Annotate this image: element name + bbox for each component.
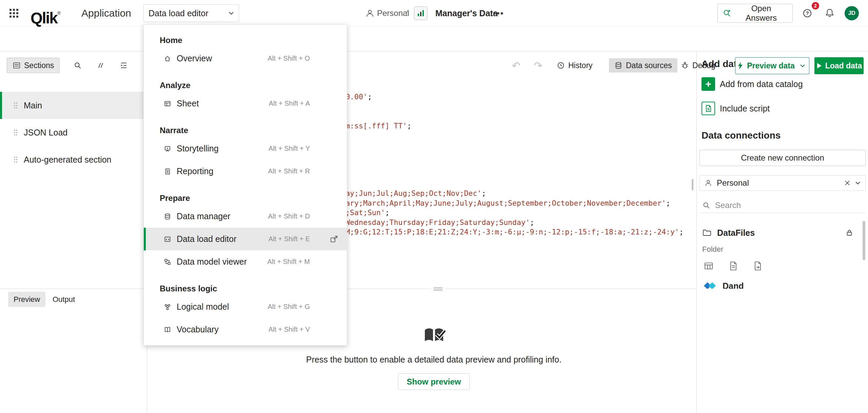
show-preview-button[interactable]: Show preview — [398, 373, 469, 390]
clear-icon[interactable] — [844, 180, 850, 186]
data-sources-label: Data sources — [626, 61, 672, 70]
menu-item-reporting[interactable]: Reporting Alt + Shift + R — [144, 160, 347, 183]
lightning-icon — [737, 62, 744, 70]
view-selector-dropdown[interactable]: Data load editor — [143, 4, 239, 22]
undo-icon[interactable]: ↶ — [509, 58, 524, 73]
debug-button[interactable]: Debug — [681, 58, 715, 73]
toggle-sections-button[interactable]: Sections — [7, 58, 60, 73]
preview-tab[interactable]: Preview — [8, 292, 45, 307]
menu-item-vocabulary[interactable]: Vocabulary Alt + Shift + V — [144, 318, 347, 341]
redo-icon[interactable]: ↷ — [531, 58, 546, 73]
breadcrumb-space[interactable]: Personal — [377, 0, 409, 26]
connection-item-partial[interactable]: Dand — [697, 278, 868, 289]
more-options-icon[interactable]: ••• — [491, 7, 506, 19]
app-launcher-icon[interactable] — [9, 8, 19, 18]
sections-icon — [13, 61, 21, 69]
svg-text:?: ? — [806, 10, 809, 16]
split-drag-handle[interactable] — [430, 286, 446, 292]
history-label: History — [568, 61, 593, 70]
menu-item-data-load-editor[interactable]: Data load editor Alt + Shift + E — [144, 228, 347, 250]
home-icon — [164, 55, 171, 62]
preview-data-caret-button[interactable] — [796, 57, 809, 74]
history-button[interactable]: History — [557, 58, 593, 73]
navigation-menu: Home Overview Alt + Shift + O Analyze Sh… — [143, 24, 347, 346]
menu-item-data-manager[interactable]: Data manager Alt + Shift + D — [144, 205, 347, 228]
section-item-main[interactable]: Main — [0, 92, 147, 119]
panel-resize-handle[interactable] — [692, 179, 693, 190]
drag-handle-icon[interactable] — [14, 101, 18, 109]
logo-registered-mark: ® — [57, 11, 61, 16]
load-data-label: Load data — [825, 61, 862, 70]
qlik-logo[interactable]: Qlik® — [31, 0, 61, 26]
app-thumbnail-icon[interactable] — [414, 6, 428, 20]
chevron-down-icon — [800, 64, 805, 67]
chevron-down-icon — [229, 12, 234, 15]
file-export-icon[interactable] — [752, 261, 763, 271]
help-icon[interactable]: ? — [802, 8, 812, 18]
section-item-label: Main — [24, 101, 42, 110]
menu-item-storytelling[interactable]: Storytelling Alt + Shift + Y — [144, 137, 347, 160]
open-in-new-tab-icon[interactable] — [330, 235, 338, 243]
menu-item-logical-model[interactable]: Logical model Alt + Shift + G — [144, 295, 347, 318]
menu-item-shortcut: Alt + Shift + M — [267, 258, 310, 266]
preview-data-button[interactable]: Preview data — [735, 57, 796, 74]
panel-scrollbar-thumb[interactable] — [863, 221, 865, 260]
add-from-catalog-button[interactable]: + Add from data catalog — [702, 77, 803, 91]
section-item-auto-generated[interactable]: Auto-generated section — [0, 146, 147, 173]
include-script-label: Include script — [720, 104, 770, 113]
space-selector-dropdown[interactable]: Personal — [699, 175, 866, 191]
include-script-button[interactable]: Include script — [702, 102, 770, 115]
menu-group-analyze: Analyze Sheet Alt + Shift + A — [144, 70, 347, 115]
create-new-connection-button[interactable]: Create new connection — [699, 150, 866, 166]
drag-handle-icon[interactable] — [14, 156, 18, 164]
lock-icon — [845, 229, 853, 237]
menu-group-header: Prepare — [144, 191, 347, 205]
data-sources-button[interactable]: Data sources — [609, 58, 677, 73]
person-icon — [705, 179, 712, 187]
menu-item-label: Overview — [177, 54, 212, 63]
menu-group-header: Narrate — [144, 124, 347, 137]
indent-button[interactable] — [116, 58, 132, 73]
menu-item-label: Storytelling — [177, 144, 219, 153]
open-answers-button[interactable]: Open Answers — [717, 4, 793, 23]
comment-slashes-icon — [97, 61, 105, 69]
breadcrumb-app-name[interactable]: Manager's Data — [435, 0, 498, 26]
datafiles-type-label: Folder — [702, 245, 723, 254]
menu-item-shortcut: Alt + Shift + E — [269, 235, 310, 243]
menu-item-data-model-viewer[interactable]: Data model viewer Alt + Shift + M — [144, 250, 347, 273]
drag-handle-icon[interactable] — [14, 128, 18, 137]
storytelling-icon — [164, 145, 171, 152]
output-tab[interactable]: Output — [47, 292, 80, 307]
script-file-icon[interactable] — [728, 261, 738, 271]
menu-group-header: Analyze — [144, 79, 347, 92]
menu-item-label: Data load editor — [177, 234, 237, 244]
search-script-button[interactable] — [70, 58, 85, 73]
menu-item-overview[interactable]: Overview Alt + Shift + O — [144, 47, 347, 70]
vocabulary-icon — [164, 326, 171, 333]
user-avatar[interactable]: JD — [845, 6, 859, 20]
debug-label: Debug — [692, 61, 715, 70]
section-item-json-load[interactable]: JSON Load — [0, 119, 147, 146]
menu-item-sheet[interactable]: Sheet Alt + Shift + A — [144, 92, 347, 115]
chevron-down-icon[interactable] — [855, 181, 861, 185]
top-bar: Qlik® Application Data load editor Perso… — [0, 0, 868, 26]
menu-item-label: Logical model — [177, 302, 229, 312]
menu-group-header: Business logic — [144, 282, 347, 295]
datafiles-connection-item[interactable]: DataFiles — [702, 225, 863, 241]
load-data-button[interactable]: Load data — [814, 57, 864, 74]
connections-search-input[interactable] — [715, 201, 844, 210]
connections-search[interactable] — [699, 198, 866, 213]
menu-item-label: Vocabulary — [177, 325, 219, 334]
menu-item-shortcut: Alt + Shift + D — [268, 212, 310, 220]
connector-logo-icon — [705, 282, 717, 289]
menu-item-label: Reporting — [177, 166, 213, 176]
preview-hint-message: Press the button to enable a detailed da… — [171, 355, 696, 365]
answers-search-icon — [723, 9, 731, 18]
bell-icon[interactable] — [825, 8, 835, 18]
table-data-icon[interactable] — [704, 261, 714, 271]
comment-code-button[interactable] — [93, 58, 108, 73]
menu-group-header: Home — [144, 34, 347, 47]
breadcrumb-separator: / — [406, 0, 408, 26]
folder-icon — [702, 228, 712, 237]
menu-item-shortcut: Alt + Shift + O — [268, 55, 310, 62]
